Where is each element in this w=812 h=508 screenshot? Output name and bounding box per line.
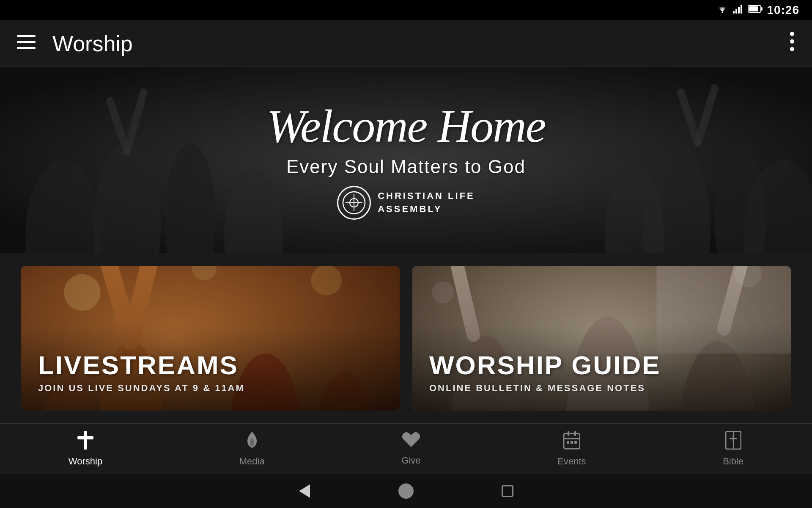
- nav-item-events[interactable]: Events: [540, 427, 603, 471]
- nav-events-label: Events: [557, 456, 586, 467]
- page-title: Worship: [52, 31, 789, 56]
- welcome-heading: Welcome Home: [266, 101, 545, 152]
- nav-item-worship[interactable]: Worship: [52, 427, 119, 471]
- svg-point-0: [722, 12, 723, 13]
- svg-point-12: [790, 39, 794, 44]
- svg-rect-1: [733, 11, 735, 14]
- battery-icon: [748, 5, 763, 16]
- hero-content: Welcome Home Every Soul Matters to God C…: [266, 101, 545, 220]
- church-logo: CHRISTIAN LIFE ASSEMBLY: [337, 186, 475, 220]
- svg-rect-9: [17, 41, 36, 43]
- church-name: CHRISTIAN LIFE ASSEMBLY: [378, 190, 475, 216]
- bible-icon: [725, 431, 741, 453]
- hamburger-menu-icon[interactable]: [17, 35, 36, 52]
- livestreams-title: LIVESTREAMS: [38, 352, 383, 378]
- top-navigation: Worship: [0, 20, 812, 67]
- nav-give-label: Give: [401, 455, 420, 466]
- livestreams-card[interactable]: LIVESTREAMS JOIN US LIVE SUNDAYS AT 9 & …: [21, 266, 400, 411]
- worship-guide-card-content: WORSHIP GUIDE ONLINE BULLETIN & MESSAGE …: [429, 352, 774, 394]
- nav-bible-label: Bible: [723, 456, 743, 467]
- nav-item-give[interactable]: Give: [384, 428, 437, 470]
- svg-rect-4: [741, 5, 742, 14]
- svg-rect-59: [567, 441, 569, 444]
- worship-guide-card[interactable]: WORSHIP GUIDE ONLINE BULLETIN & MESSAGE …: [412, 266, 791, 411]
- svg-rect-57: [568, 431, 569, 436]
- svg-rect-54: [77, 436, 93, 439]
- status-time: 10:26: [767, 3, 799, 17]
- svg-point-11: [790, 32, 794, 36]
- svg-rect-3: [738, 7, 740, 14]
- cross-icon: [77, 431, 93, 453]
- nav-media-label: Media: [239, 456, 265, 467]
- recents-button[interactable]: [499, 483, 516, 500]
- livestreams-subtitle: JOIN US LIVE SUNDAYS AT 9 & 11AM: [38, 383, 383, 394]
- hero-banner: Welcome Home Every Soul Matters to God C…: [0, 67, 812, 253]
- church-logo-icon: [337, 186, 371, 220]
- status-icons: 10:26: [716, 3, 799, 17]
- tagline: Every Soul Matters to God: [286, 156, 526, 177]
- svg-point-13: [790, 47, 794, 51]
- heart-icon: [402, 432, 420, 453]
- more-options-icon[interactable]: [789, 31, 795, 56]
- status-bar: 10:26: [0, 0, 812, 20]
- bottom-navigation: Worship Media Give: [0, 423, 812, 474]
- system-navigation-bar: [0, 474, 812, 508]
- svg-rect-61: [574, 441, 577, 444]
- livestreams-card-content: LIVESTREAMS JOIN US LIVE SUNDAYS AT 9 & …: [38, 352, 383, 394]
- back-button[interactable]: [296, 483, 313, 500]
- cards-section: LIVESTREAMS JOIN US LIVE SUNDAYS AT 9 & …: [0, 253, 812, 423]
- nav-item-bible[interactable]: Bible: [706, 427, 760, 471]
- home-button[interactable]: [398, 483, 414, 500]
- worship-guide-title: WORSHIP GUIDE: [429, 352, 774, 378]
- wifi-icon: [716, 4, 729, 16]
- nav-item-media[interactable]: Media: [222, 427, 282, 471]
- nav-worship-label: Worship: [69, 456, 102, 467]
- svg-rect-7: [761, 7, 763, 11]
- signal-icon: [733, 4, 744, 16]
- svg-rect-53: [84, 431, 87, 450]
- svg-rect-60: [571, 441, 573, 444]
- flame-icon: [245, 431, 259, 453]
- svg-rect-58: [574, 431, 576, 436]
- svg-marker-66: [299, 484, 310, 498]
- worship-guide-subtitle: ONLINE BULLETIN & MESSAGE NOTES: [429, 383, 774, 394]
- svg-rect-2: [735, 9, 737, 14]
- calendar-icon: [563, 431, 580, 453]
- svg-rect-10: [17, 47, 36, 49]
- svg-rect-8: [17, 35, 36, 37]
- svg-rect-6: [749, 6, 758, 11]
